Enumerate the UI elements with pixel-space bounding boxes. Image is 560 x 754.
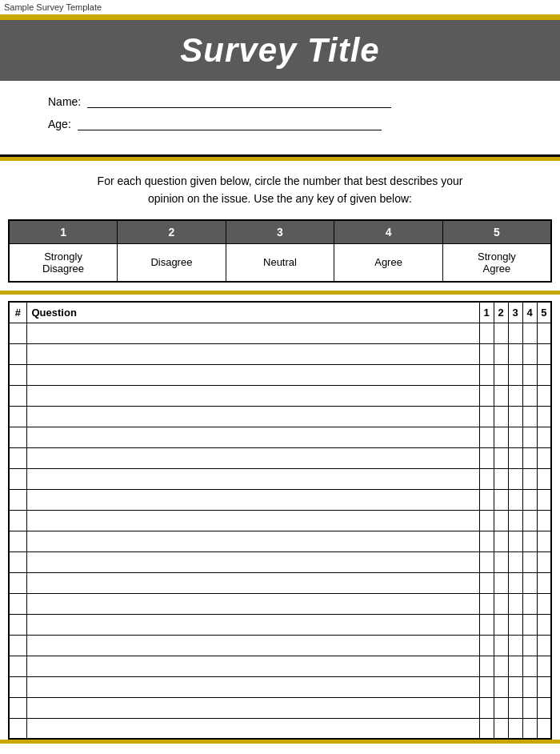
- row-col-3[interactable]: [508, 718, 522, 739]
- row-col-4[interactable]: [522, 427, 537, 447]
- row-col-1[interactable]: [479, 676, 494, 697]
- row-col-3[interactable]: [508, 323, 522, 343]
- row-col-4[interactable]: [522, 656, 537, 676]
- row-col-5[interactable]: [537, 697, 551, 718]
- table-row[interactable]: [9, 635, 551, 656]
- row-col-5[interactable]: [537, 447, 551, 468]
- row-col-4[interactable]: [522, 718, 537, 739]
- row-col-5[interactable]: [537, 572, 551, 593]
- table-row[interactable]: [9, 343, 551, 364]
- row-col-5[interactable]: [537, 343, 551, 364]
- row-col-3[interactable]: [508, 406, 522, 427]
- row-col-3[interactable]: [508, 343, 522, 364]
- row-col-5[interactable]: [537, 427, 551, 447]
- row-col-2[interactable]: [494, 385, 508, 406]
- table-row[interactable]: [9, 447, 551, 468]
- row-col-5[interactable]: [537, 364, 551, 385]
- row-col-1[interactable]: [479, 364, 494, 385]
- row-col-1[interactable]: [479, 635, 494, 656]
- row-col-2[interactable]: [494, 551, 508, 572]
- row-col-1[interactable]: [479, 593, 494, 614]
- table-row[interactable]: [9, 510, 551, 531]
- row-col-5[interactable]: [537, 635, 551, 656]
- row-col-3[interactable]: [508, 364, 522, 385]
- row-col-3[interactable]: [508, 447, 522, 468]
- row-col-3[interactable]: [508, 656, 522, 676]
- row-col-2[interactable]: [494, 531, 508, 551]
- row-col-1[interactable]: [479, 572, 494, 593]
- table-row[interactable]: [9, 593, 551, 614]
- table-row[interactable]: [9, 364, 551, 385]
- row-col-2[interactable]: [494, 593, 508, 614]
- row-col-3[interactable]: [508, 468, 522, 489]
- row-col-4[interactable]: [522, 323, 537, 343]
- row-col-2[interactable]: [494, 572, 508, 593]
- row-col-5[interactable]: [537, 406, 551, 427]
- row-col-4[interactable]: [522, 364, 537, 385]
- row-col-3[interactable]: [508, 551, 522, 572]
- row-col-3[interactable]: [508, 697, 522, 718]
- row-col-4[interactable]: [522, 343, 537, 364]
- table-row[interactable]: [9, 489, 551, 510]
- row-col-1[interactable]: [479, 531, 494, 551]
- row-col-5[interactable]: [537, 531, 551, 551]
- row-col-2[interactable]: [494, 406, 508, 427]
- row-col-1[interactable]: [479, 323, 494, 343]
- row-col-5[interactable]: [537, 510, 551, 531]
- row-col-2[interactable]: [494, 343, 508, 364]
- row-col-2[interactable]: [494, 427, 508, 447]
- row-col-2[interactable]: [494, 364, 508, 385]
- row-col-5[interactable]: [537, 385, 551, 406]
- table-row[interactable]: [9, 656, 551, 676]
- row-col-3[interactable]: [508, 593, 522, 614]
- row-col-3[interactable]: [508, 635, 522, 656]
- row-col-1[interactable]: [479, 697, 494, 718]
- row-col-3[interactable]: [508, 385, 522, 406]
- row-col-2[interactable]: [494, 323, 508, 343]
- table-row[interactable]: [9, 468, 551, 489]
- table-row[interactable]: [9, 406, 551, 427]
- row-col-1[interactable]: [479, 489, 494, 510]
- row-col-1[interactable]: [479, 343, 494, 364]
- row-col-2[interactable]: [494, 510, 508, 531]
- table-row[interactable]: [9, 572, 551, 593]
- row-col-1[interactable]: [479, 468, 494, 489]
- row-col-4[interactable]: [522, 468, 537, 489]
- row-col-1[interactable]: [479, 447, 494, 468]
- row-col-4[interactable]: [522, 489, 537, 510]
- row-col-5[interactable]: [537, 323, 551, 343]
- row-col-2[interactable]: [494, 489, 508, 510]
- row-col-2[interactable]: [494, 656, 508, 676]
- row-col-3[interactable]: [508, 510, 522, 531]
- table-row[interactable]: [9, 427, 551, 447]
- row-col-1[interactable]: [479, 551, 494, 572]
- table-row[interactable]: [9, 323, 551, 343]
- row-col-5[interactable]: [537, 489, 551, 510]
- row-col-5[interactable]: [537, 614, 551, 635]
- table-row[interactable]: [9, 385, 551, 406]
- row-col-4[interactable]: [522, 593, 537, 614]
- row-col-2[interactable]: [494, 614, 508, 635]
- row-col-4[interactable]: [522, 447, 537, 468]
- row-col-2[interactable]: [494, 635, 508, 656]
- table-row[interactable]: [9, 614, 551, 635]
- row-col-2[interactable]: [494, 697, 508, 718]
- row-col-1[interactable]: [479, 510, 494, 531]
- row-col-2[interactable]: [494, 447, 508, 468]
- row-col-3[interactable]: [508, 531, 522, 551]
- table-row[interactable]: [9, 531, 551, 551]
- row-col-5[interactable]: [537, 718, 551, 739]
- row-col-4[interactable]: [522, 635, 537, 656]
- row-col-4[interactable]: [522, 697, 537, 718]
- table-row[interactable]: [9, 697, 551, 718]
- row-col-1[interactable]: [479, 656, 494, 676]
- row-col-5[interactable]: [537, 656, 551, 676]
- row-col-4[interactable]: [522, 572, 537, 593]
- row-col-5[interactable]: [537, 676, 551, 697]
- row-col-3[interactable]: [508, 427, 522, 447]
- row-col-4[interactable]: [522, 531, 537, 551]
- row-col-3[interactable]: [508, 489, 522, 510]
- table-row[interactable]: [9, 676, 551, 697]
- table-row[interactable]: [9, 718, 551, 739]
- row-col-4[interactable]: [522, 510, 537, 531]
